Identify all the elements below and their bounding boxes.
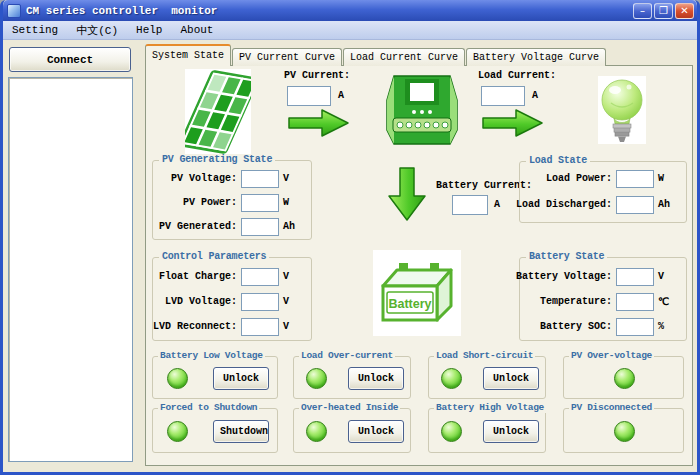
menu-bar: Setting 中文(C) Help About: [3, 21, 697, 40]
unlock-button[interactable]: Unlock: [483, 420, 539, 443]
alarm-title: Load Over-current: [299, 350, 395, 361]
load-power-unit: W: [658, 173, 680, 184]
lvd-voltage-input[interactable]: [241, 293, 279, 311]
status-led: [167, 421, 188, 442]
maximize-button[interactable]: ❐: [654, 3, 673, 19]
alarm-forced-to-shutdown: Forced to Shutdown Shutdown: [152, 408, 278, 453]
group-title: PV Generating State: [159, 154, 275, 165]
pv-current-unit: A: [338, 90, 344, 101]
title-bar: CM series controller monitor – ❐ ✕: [3, 0, 697, 21]
temperature-unit: ℃: [658, 296, 680, 308]
load-discharged-unit: Ah: [658, 199, 680, 210]
alarm-pv-over-voltage: PV Over-voltage: [563, 356, 684, 399]
alarm-over-heated-inside: Over-heated Inside Unlock: [293, 408, 411, 453]
pv-voltage-label: PV Voltage:: [171, 173, 237, 184]
lvd-reconnect-unit: V: [283, 321, 305, 332]
group-load-state: Load State Load Power: W Load Discharged…: [519, 161, 687, 223]
device-list[interactable]: [8, 77, 133, 462]
pv-generated-unit: Ah: [283, 221, 305, 232]
app-icon: [7, 4, 21, 18]
float-charge-label: Float Charge:: [159, 271, 237, 282]
lvd-voltage-unit: V: [283, 296, 305, 307]
load-discharged-label: Load Discharged:: [516, 199, 612, 210]
unlock-button[interactable]: Unlock: [348, 367, 404, 390]
alarm-title: Load Short-circuit: [434, 350, 535, 361]
lvd-reconnect-label: LVD Reconnect:: [153, 321, 237, 332]
temperature-label: Temperature:: [540, 296, 612, 307]
float-charge-input[interactable]: [241, 268, 279, 286]
shutdown-button[interactable]: Shutdown: [213, 420, 269, 443]
flow-arrow-right-icon: [288, 107, 350, 139]
group-battery-state: Battery State Battery Voltage: V Tempera…: [519, 257, 687, 341]
group-control-parameters: Control Parameters Float Charge: V LVD V…: [152, 257, 312, 341]
unlock-button[interactable]: Unlock: [213, 367, 269, 390]
battery-soc-unit: %: [658, 321, 680, 332]
status-led: [441, 421, 462, 442]
load-current-label: Load Current:: [478, 70, 556, 81]
battery-voltage-label: Battery Voltage:: [516, 271, 612, 282]
lvd-voltage-label: LVD Voltage:: [165, 296, 237, 307]
minimize-button[interactable]: –: [633, 3, 652, 19]
tab-battery-voltage-curve[interactable]: Battery Voltage Curve: [466, 48, 606, 66]
pv-generated-input[interactable]: [241, 218, 279, 236]
battery-soc-label: Battery SOC:: [540, 321, 612, 332]
alarm-title: Battery High Voltage: [434, 402, 546, 413]
menu-item-language[interactable]: 中文(C): [67, 23, 127, 38]
load-power-input[interactable]: [616, 170, 654, 188]
menu-item-help[interactable]: Help: [127, 24, 171, 36]
battery-soc-input[interactable]: [616, 318, 654, 336]
alarm-title: PV Disconnected: [569, 402, 654, 413]
unlock-button[interactable]: Unlock: [348, 420, 404, 443]
battery-icon-label: Battery: [388, 297, 431, 311]
pv-generated-label: PV Generated:: [159, 221, 237, 232]
status-led: [167, 368, 188, 389]
alarm-title: Over-heated Inside: [299, 402, 400, 413]
float-charge-unit: V: [283, 271, 305, 282]
connect-button[interactable]: Connect: [9, 47, 131, 72]
alarm-load-over-current: Load Over-current Unlock: [293, 356, 411, 399]
status-led: [614, 421, 635, 442]
alarm-pv-disconnected: PV Disconnected: [563, 408, 684, 453]
pv-power-input[interactable]: [241, 194, 279, 212]
window-title: CM series controller monitor: [26, 5, 631, 17]
bulb-icon: [598, 76, 646, 144]
controller-icon: [384, 74, 460, 146]
status-led: [306, 368, 327, 389]
tab-page-system-state: PV Current: A: [145, 65, 693, 466]
alarm-battery-high-voltage: Battery High Voltage Unlock: [428, 408, 546, 453]
alarm-title: PV Over-voltage: [569, 350, 654, 361]
status-led: [306, 421, 327, 442]
alarm-battery-low-voltage: Battery Low Voltage Unlock: [152, 356, 278, 399]
pv-voltage-unit: V: [283, 173, 305, 184]
app-window: CM series controller monitor – ❐ ✕ Setti…: [0, 0, 700, 475]
battery-current-input[interactable]: [452, 195, 488, 215]
group-title: Load State: [526, 155, 590, 166]
flow-arrow-right-icon: [482, 107, 544, 139]
tab-system-state[interactable]: System State: [145, 44, 231, 66]
close-button[interactable]: ✕: [675, 3, 694, 19]
load-current-unit: A: [532, 90, 538, 101]
alarm-title: Battery Low Voltage: [158, 350, 265, 361]
tab-pv-current-curve[interactable]: PV Current Curve: [232, 48, 342, 66]
pv-power-unit: W: [283, 197, 305, 208]
menu-item-about[interactable]: About: [171, 24, 222, 36]
flow-arrow-down-icon: [387, 166, 427, 222]
group-title: Control Parameters: [159, 251, 269, 262]
pv-voltage-input[interactable]: [241, 170, 279, 188]
load-current-input[interactable]: [481, 86, 525, 106]
solar-panel-icon: [185, 69, 251, 155]
battery-current-label: Battery Current:: [436, 180, 532, 191]
pv-current-label: PV Current:: [284, 70, 350, 81]
battery-voltage-input[interactable]: [616, 268, 654, 286]
load-discharged-input[interactable]: [616, 196, 654, 214]
unlock-button[interactable]: Unlock: [483, 367, 539, 390]
menu-item-setting[interactable]: Setting: [3, 24, 67, 36]
status-led: [614, 368, 635, 389]
tab-load-current-curve[interactable]: Load Current Curve: [343, 48, 465, 66]
load-power-label: Load Power:: [546, 173, 612, 184]
lvd-reconnect-input[interactable]: [241, 318, 279, 336]
battery-current-unit: A: [494, 199, 500, 210]
temperature-input[interactable]: [616, 293, 654, 311]
status-led: [441, 368, 462, 389]
pv-current-input[interactable]: [287, 86, 331, 106]
